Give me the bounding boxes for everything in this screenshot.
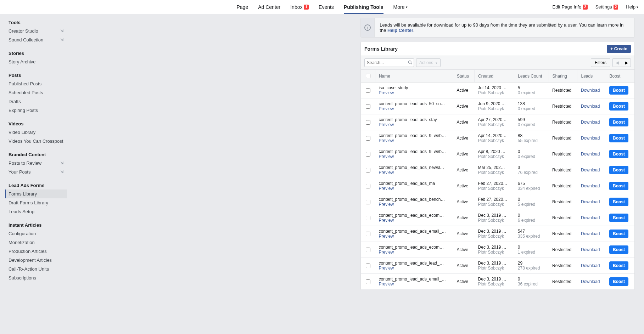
filters-button[interactable]: Filters — [591, 58, 610, 67]
sidebar-item-videos-you-can-crosspost[interactable]: Videos You Can Crosspost — [5, 137, 67, 146]
download-link[interactable]: Download — [581, 104, 600, 109]
row-checkbox[interactable] — [366, 279, 370, 284]
sidebar-item-forms-library[interactable]: Forms Library — [5, 189, 67, 198]
sidebar-item-development-articles[interactable]: Development Articles — [5, 256, 67, 265]
sidebar-item-drafts[interactable]: Drafts — [5, 97, 67, 106]
sidebar-item-video-library[interactable]: Video Library — [5, 128, 67, 137]
preview-link[interactable]: Preview — [379, 90, 450, 95]
pager-prev-button[interactable]: ◀ — [612, 58, 622, 67]
download-link[interactable]: Download — [581, 247, 600, 252]
create-button[interactable]: + Create — [607, 45, 631, 53]
row-checkbox[interactable] — [366, 200, 370, 204]
sidebar-item-expiring-posts[interactable]: Expiring Posts — [5, 106, 67, 115]
boost-button[interactable]: Boost — [609, 86, 628, 95]
boost-button[interactable]: Boost — [609, 277, 628, 286]
sidebar-item-creator-studio[interactable]: Creator Studio⇲ — [5, 27, 67, 35]
download-link[interactable]: Download — [581, 136, 600, 141]
sidebar-item-label: Posts to Review — [9, 160, 41, 166]
preview-link[interactable]: Preview — [379, 106, 450, 111]
boost-button[interactable]: Boost — [609, 166, 628, 174]
row-checkbox[interactable] — [366, 184, 370, 188]
preview-link[interactable]: Preview — [379, 282, 450, 287]
preview-link[interactable]: Preview — [379, 122, 450, 127]
sidebar-item-published-posts[interactable]: Published Posts — [5, 79, 67, 88]
topnav-ad-center[interactable]: Ad Center — [258, 0, 280, 14]
sidebar-item-your-posts[interactable]: Your Posts⇲ — [5, 168, 67, 176]
actions-button[interactable]: Actions ▾ — [416, 58, 441, 67]
help-center-link[interactable]: Help Center — [387, 28, 413, 33]
sidebar-item-draft-forms-library[interactable]: Draft Forms Library — [5, 198, 67, 207]
boost-button[interactable]: Boost — [609, 102, 628, 111]
side-section: StoriesStory Archive — [5, 49, 67, 66]
sidebar-item-sound-collection[interactable]: Sound Collection⇲ — [5, 35, 67, 44]
select-all-checkbox[interactable] — [366, 74, 370, 78]
pager-next-button[interactable]: ▶ — [622, 58, 631, 67]
download-link[interactable]: Download — [581, 263, 600, 268]
sidebar-item-subscriptions[interactable]: Subscriptions — [5, 273, 67, 282]
row-checkbox[interactable] — [366, 232, 370, 236]
row-checkbox[interactable] — [366, 88, 370, 93]
boost-button[interactable]: Boost — [609, 245, 628, 254]
download-link[interactable]: Download — [581, 88, 600, 93]
leads-count: 138 — [518, 101, 545, 106]
leads-count: 599 — [518, 117, 545, 122]
row-checkbox[interactable] — [366, 104, 370, 109]
preview-link[interactable]: Preview — [379, 170, 450, 175]
preview-link[interactable]: Preview — [379, 154, 450, 159]
col-created: Created — [475, 70, 514, 83]
download-link[interactable]: Download — [581, 183, 600, 188]
boost-button[interactable]: Boost — [609, 214, 628, 222]
created-author: Piotr Sobczyk — [478, 218, 511, 223]
sidebar-item-monetization[interactable]: Monetization — [5, 238, 67, 247]
sidebar-item-story-archive[interactable]: Story Archive — [5, 57, 67, 66]
download-link[interactable]: Download — [581, 168, 600, 172]
topnav-page[interactable]: Page — [236, 0, 248, 14]
sidebar-item-production-articles[interactable]: Production Articles — [5, 247, 67, 256]
row-checkbox[interactable] — [366, 248, 370, 252]
preview-link[interactable]: Preview — [379, 138, 450, 143]
sidebar-item-call-to-action-units[interactable]: Call-To-Action Units — [5, 265, 67, 273]
download-link[interactable]: Download — [581, 199, 600, 204]
preview-link[interactable]: Preview — [379, 218, 450, 223]
topnav-inbox[interactable]: Inbox1 — [290, 0, 309, 14]
download-link[interactable]: Download — [581, 152, 600, 157]
boost-button[interactable]: Boost — [609, 230, 628, 238]
leads-count: 0 — [518, 213, 545, 218]
boost-button[interactable]: Boost — [609, 118, 628, 126]
topnav-more[interactable]: More▾ — [393, 0, 408, 14]
download-link[interactable]: Download — [581, 279, 600, 284]
row-checkbox[interactable] — [366, 216, 370, 220]
leads-expired: 76 expired — [518, 170, 545, 175]
side-heading: Branded Content — [5, 151, 67, 159]
row-checkbox[interactable] — [366, 168, 370, 172]
preview-link[interactable]: Preview — [379, 250, 450, 255]
table-row: content_promo_lead_ads_ecom…PreviewActiv… — [361, 210, 634, 226]
preview-link[interactable]: Preview — [379, 202, 450, 207]
topright-settings[interactable]: Settings2 — [595, 4, 618, 10]
sidebar-item-configuration[interactable]: Configuration — [5, 229, 67, 238]
sidebar-item-scheduled-posts[interactable]: Scheduled Posts — [5, 88, 67, 97]
preview-link[interactable]: Preview — [379, 234, 450, 239]
row-checkbox[interactable] — [366, 152, 370, 157]
preview-link[interactable]: Preview — [379, 266, 450, 271]
boost-button[interactable]: Boost — [609, 182, 628, 190]
download-link[interactable]: Download — [581, 231, 600, 236]
row-checkbox[interactable] — [366, 120, 370, 125]
boost-button[interactable]: Boost — [609, 198, 628, 206]
sidebar-item-posts-to-review[interactable]: Posts to Review⇲ — [5, 159, 67, 168]
boost-button[interactable]: Boost — [609, 261, 628, 270]
leads-expired: 55 expired — [518, 138, 545, 143]
download-link[interactable]: Download — [581, 215, 600, 220]
search-input[interactable] — [364, 58, 414, 67]
topnav-events[interactable]: Events — [319, 0, 334, 14]
row-checkbox[interactable] — [366, 136, 370, 141]
boost-button[interactable]: Boost — [609, 134, 628, 142]
topright-help[interactable]: Help▾ — [626, 4, 638, 10]
boost-button[interactable]: Boost — [609, 150, 628, 158]
topright-edit-page-info[interactable]: Edit Page Info2 — [552, 4, 587, 10]
preview-link[interactable]: Preview — [379, 186, 450, 191]
download-link[interactable]: Download — [581, 120, 600, 125]
sidebar-item-leads-setup[interactable]: Leads Setup — [5, 207, 67, 216]
topnav-publishing-tools[interactable]: Publishing Tools — [344, 0, 383, 14]
row-checkbox[interactable] — [366, 264, 370, 268]
